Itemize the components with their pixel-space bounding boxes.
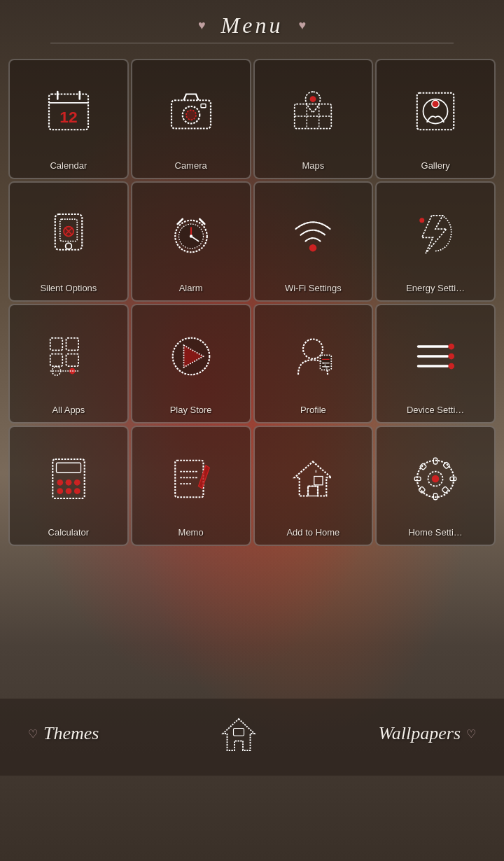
svg-point-56	[74, 488, 80, 494]
svg-point-51	[57, 479, 63, 486]
device-settings-icon	[381, 312, 490, 401]
grid-item-silent-options[interactable]: Silent Options	[8, 181, 129, 302]
svg-point-74	[432, 475, 440, 482]
alarm-label: Alarm	[136, 283, 246, 293]
camera-icon	[136, 67, 246, 156]
wifi-icon	[259, 190, 368, 279]
grid-item-gallery[interactable]: Gallery	[375, 59, 496, 179]
grid-item-play-store[interactable]: Play Store	[131, 304, 251, 424]
grid-item-energy[interactable]: Energy Setti…	[375, 181, 496, 302]
play-store-icon	[136, 312, 246, 401]
energy-icon	[381, 190, 490, 279]
gallery-icon	[381, 67, 490, 156]
all-apps-label: All Apps	[14, 405, 123, 415]
svg-point-48	[449, 363, 455, 370]
calculator-label: Calculator	[14, 527, 123, 538]
svg-point-13	[310, 97, 316, 103]
silent-options-label: Silent Options	[14, 283, 123, 293]
home-settings-label: Home Setti…	[381, 527, 490, 538]
svg-rect-8	[201, 104, 206, 108]
wallpapers-nav-item[interactable]: Wallpapers ♡	[379, 723, 477, 744]
silent-options-icon	[14, 190, 123, 279]
svg-rect-50	[56, 463, 80, 472]
device-settings-label: Device Setti…	[381, 405, 490, 415]
grid-item-add-to-home[interactable]: Add to Home	[253, 426, 374, 546]
themes-heart-left: ♡	[28, 727, 38, 741]
svg-point-16	[432, 101, 440, 108]
svg-rect-30	[50, 338, 63, 351]
energy-label: Energy Setti…	[381, 283, 490, 293]
svg-rect-32	[50, 354, 63, 366]
grid-item-home-settings[interactable]: Home Setti…	[375, 426, 496, 546]
wallpapers-label: Wallpapers	[379, 723, 461, 744]
maps-label: Maps	[259, 160, 368, 171]
calendar-label: Calendar	[14, 160, 123, 171]
calculator-icon	[14, 434, 123, 523]
wifi-label: Wi-Fi Settings	[259, 283, 368, 293]
memo-icon	[136, 434, 246, 523]
header-divider	[50, 43, 454, 43]
svg-rect-33	[66, 354, 78, 366]
home-nav-icon[interactable]	[218, 713, 260, 755]
calendar-icon: 12	[14, 67, 123, 156]
play-store-label: Play Store	[136, 405, 246, 415]
svg-point-44	[449, 344, 455, 350]
grid-item-calendar[interactable]: 12 Calendar	[8, 59, 129, 179]
svg-point-54	[57, 488, 63, 494]
grid-item-maps[interactable]: Maps	[253, 59, 374, 179]
all-apps-icon	[14, 312, 123, 401]
main-container: ♥ Menu ♥ 12 Calendar	[0, 0, 504, 776]
grid-item-device-settings[interactable]: Device Setti…	[375, 304, 496, 424]
svg-rect-62	[314, 476, 323, 484]
themes-nav-item[interactable]: ♡ Themes	[28, 723, 99, 744]
alarm-icon	[136, 190, 246, 279]
grid-item-profile[interactable]: Profile	[253, 304, 374, 424]
svg-rect-73	[442, 486, 449, 493]
header-heart-left: ♥	[198, 18, 206, 33]
header-heart-right: ♥	[298, 18, 306, 33]
bottom-section: ♡ Themes Wallpapers ♡	[0, 552, 504, 776]
home-settings-icon	[381, 434, 490, 523]
wallpapers-heart-right: ♡	[466, 727, 476, 741]
header: ♥ Menu ♥	[0, 0, 504, 53]
grid-item-all-apps[interactable]: All Apps	[8, 304, 129, 424]
svg-rect-75	[233, 729, 244, 736]
svg-rect-39	[321, 355, 332, 370]
add-to-home-icon	[259, 434, 368, 523]
svg-point-52	[66, 479, 72, 486]
svg-rect-31	[66, 338, 78, 351]
profile-label: Profile	[259, 405, 368, 415]
app-grid: 12 Calendar Camera	[0, 53, 504, 552]
grid-item-memo[interactable]: Memo	[131, 426, 251, 546]
themes-label: Themes	[43, 723, 99, 744]
gallery-label: Gallery	[381, 160, 490, 171]
svg-rect-57	[175, 460, 203, 497]
svg-point-55	[66, 488, 72, 494]
grid-item-alarm[interactable]: Alarm	[131, 181, 251, 302]
camera-label: Camera	[136, 160, 246, 171]
svg-point-27	[189, 234, 192, 237]
bottom-nav: ♡ Themes Wallpapers ♡	[0, 699, 504, 776]
grid-item-camera[interactable]: Camera	[131, 59, 251, 179]
memo-label: Memo	[136, 527, 246, 538]
svg-point-28	[309, 244, 317, 252]
svg-point-46	[449, 354, 455, 360]
grid-item-wifi[interactable]: Wi-Fi Settings	[253, 181, 374, 302]
svg-text:12: 12	[59, 108, 77, 126]
svg-rect-61	[308, 486, 318, 496]
menu-title: Menu	[221, 13, 284, 38]
grid-item-calculator[interactable]: Calculator	[8, 426, 129, 546]
svg-point-29	[419, 218, 424, 223]
profile-icon	[259, 312, 368, 401]
svg-point-53	[74, 479, 80, 486]
maps-icon	[259, 67, 368, 156]
add-to-home-label: Add to Home	[259, 527, 368, 538]
svg-point-19	[66, 243, 72, 249]
svg-point-7	[186, 111, 196, 120]
